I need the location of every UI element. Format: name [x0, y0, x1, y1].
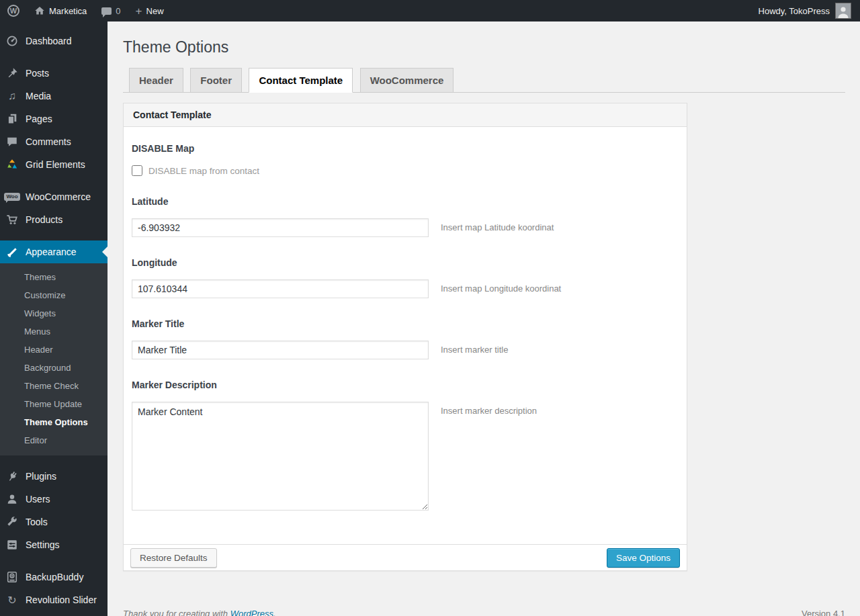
new-label: New — [146, 6, 164, 16]
howdy-label[interactable]: Howdy, TokoPress — [759, 6, 830, 16]
disable-map-checkbox-label[interactable]: DISABLE map from contact — [148, 166, 259, 176]
marker-description-hint: Insert marker description — [429, 402, 537, 416]
tab-woocommerce[interactable]: WooCommerce — [360, 68, 454, 93]
sidebar-label: Grid Elements — [26, 159, 85, 170]
sidebar-label: Users — [26, 494, 50, 504]
longitude-hint: Insert map Longitude koordinat — [429, 279, 561, 294]
comments-indicator[interactable]: 0 — [94, 0, 128, 21]
contact-template-panel: Contact Template DISABLE Map DISABLE map… — [123, 103, 687, 571]
user-icon — [5, 492, 19, 506]
sidebar-item-pages[interactable]: Pages — [0, 107, 108, 130]
sidebar-label: Tools — [26, 517, 48, 527]
tab-footer[interactable]: Footer — [190, 68, 242, 93]
submenu-widgets[interactable]: Widgets — [0, 304, 108, 322]
cart-icon — [5, 213, 19, 226]
tab-header[interactable]: Header — [129, 68, 183, 93]
submenu-theme-update[interactable]: Theme Update — [0, 395, 108, 413]
longitude-label: Longitude — [132, 257, 679, 268]
submenu-theme-options[interactable]: Theme Options — [0, 413, 108, 431]
field-disable-map: DISABLE Map DISABLE map from contact — [132, 143, 679, 176]
submenu-theme-check[interactable]: Theme Check — [0, 377, 108, 395]
footer-version: Version 4.1 — [802, 609, 845, 616]
submenu-themes[interactable]: Themes — [0, 268, 108, 286]
latitude-hint: Insert map Latitude koordinat — [429, 218, 554, 232]
sidebar-label: Comments — [26, 136, 71, 147]
footer-thanks: Thank you for creating with WordPress. — [123, 609, 276, 616]
sidebar-item-revolution-slider[interactable]: ↻ Revolution Slider — [0, 588, 108, 611]
sidebar-label: Media — [26, 91, 51, 101]
longitude-input[interactable] — [132, 279, 429, 298]
sidebar-item-plugins[interactable]: Plugins — [0, 465, 108, 488]
submenu-background[interactable]: Background — [0, 359, 108, 377]
dashboard-gauge-icon — [5, 34, 19, 48]
pages-icon — [5, 112, 19, 126]
sidebar-item-media[interactable]: ♫ Media — [0, 85, 108, 107]
panel-actions: Restore Defaults Save Options — [124, 544, 687, 570]
marker-title-hint: Insert marker title — [429, 341, 508, 355]
sidebar-item-settings[interactable]: Settings — [0, 533, 108, 556]
sidebar-item-users[interactable]: Users — [0, 488, 108, 511]
sidebar-label: Products — [26, 214, 62, 225]
admin-sidebar: Dashboard Posts ♫ Media Pages Comments G… — [0, 21, 108, 616]
submenu-customize[interactable]: Customize — [0, 286, 108, 304]
field-longitude: Longitude Insert map Longitude koordinat — [132, 257, 679, 298]
sidebar-label: WooCommerce — [26, 191, 91, 202]
admin-bar: W Marketica 0 + New Howdy, TokoPress — [0, 0, 860, 21]
submenu-header[interactable]: Header — [0, 341, 108, 359]
sidebar-label: Pages — [26, 114, 52, 124]
panel-title: Contact Template — [124, 103, 687, 127]
latitude-input[interactable] — [132, 218, 429, 237]
appearance-submenu: Themes Customize Widgets Menus Header Ba… — [0, 263, 108, 455]
marker-description-label: Marker Description — [132, 380, 679, 390]
sidebar-label: Plugins — [26, 471, 56, 482]
field-marker-title: Marker Title Insert marker title — [132, 318, 679, 359]
sidebar-item-products[interactable]: Products — [0, 208, 108, 231]
save-options-button[interactable]: Save Options — [607, 548, 680, 568]
sidebar-item-appearance[interactable]: Appearance — [0, 240, 108, 263]
pushpin-icon — [5, 67, 19, 80]
media-icon: ♫ — [5, 89, 19, 103]
sidebar-label: Posts — [26, 68, 49, 79]
admin-footer: Thank you for creating with WordPress. V… — [123, 609, 845, 616]
tab-contact-template[interactable]: Contact Template — [249, 68, 353, 93]
sidebar-item-dashboard[interactable]: Dashboard — [0, 30, 108, 52]
disable-map-label: DISABLE Map — [132, 143, 679, 154]
sidebar-label: Appearance — [26, 247, 77, 257]
backupbuddy-icon — [5, 570, 19, 584]
sidebar-label: BackupBuddy — [26, 572, 83, 582]
marker-description-textarea[interactable]: Marker Content — [132, 402, 429, 511]
restore-defaults-button[interactable]: Restore Defaults — [130, 548, 217, 568]
submenu-menus[interactable]: Menus — [0, 322, 108, 341]
tab-bar: Header Footer Contact Template WooCommer… — [123, 67, 845, 93]
plus-icon: + — [136, 5, 142, 17]
site-name-link[interactable]: Marketica — [27, 0, 94, 21]
sidebar-item-punch-fonts[interactable]: A Punch Fonts — [0, 611, 108, 616]
sidebar-label: Settings — [26, 539, 60, 550]
comment-bubble-icon — [101, 7, 112, 15]
home-icon — [34, 5, 45, 16]
sidebar-item-posts[interactable]: Posts — [0, 62, 108, 85]
wp-logo-menu[interactable]: W — [0, 0, 27, 21]
sidebar-item-woocommerce[interactable]: Woo WooCommerce — [0, 185, 108, 208]
comment-count: 0 — [116, 6, 120, 16]
page-title: Theme Options — [123, 21, 845, 57]
sidebar-label: Dashboard — [26, 36, 72, 46]
disable-map-checkbox[interactable] — [132, 165, 142, 176]
sidebar-item-tools[interactable]: Tools — [0, 511, 108, 533]
user-avatar[interactable] — [835, 3, 851, 19]
wordpress-logo-icon: W — [7, 5, 19, 17]
woocommerce-icon: Woo — [5, 190, 19, 204]
marker-title-input[interactable] — [132, 341, 429, 359]
sidebar-item-grid-elements[interactable]: Grid Elements — [0, 153, 108, 176]
sidebar-item-backupbuddy[interactable]: BackupBuddy — [0, 566, 108, 588]
marker-title-label: Marker Title — [132, 318, 679, 329]
comments-bubble-icon — [5, 135, 19, 148]
wordpress-link[interactable]: WordPress — [230, 609, 273, 616]
paintbrush-icon — [5, 245, 19, 259]
site-name-label: Marketica — [49, 6, 87, 16]
wrench-icon — [5, 515, 19, 529]
latitude-label: Latitude — [132, 196, 679, 207]
sidebar-item-comments[interactable]: Comments — [0, 130, 108, 153]
new-content-menu[interactable]: + New — [128, 0, 171, 21]
submenu-editor[interactable]: Editor — [0, 431, 108, 449]
